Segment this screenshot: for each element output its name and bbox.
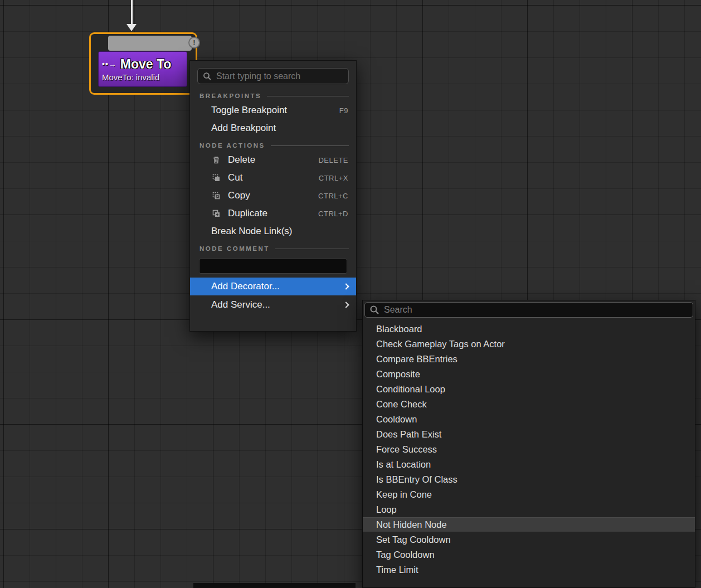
node-index-badge: ! — [188, 37, 200, 48]
node-header-bar — [108, 36, 192, 51]
submenu-item-cooldown[interactable]: Cooldown — [363, 412, 695, 427]
menu-item-duplicate[interactable]: Duplicate CTRL+D — [190, 205, 356, 222]
submenu-item-conditional-loop[interactable]: Conditional Loop — [363, 382, 695, 397]
submenu-item-keep-in-cone[interactable]: Keep in Cone — [363, 487, 695, 502]
submenu-item-set-tag-cooldown[interactable]: Set Tag Cooldown — [363, 532, 695, 547]
submenu-search-input[interactable] — [384, 305, 688, 315]
trash-icon — [211, 155, 221, 165]
move-to-icon: ••→ — [102, 60, 117, 69]
menu-item-add-breakpoint[interactable]: Add Breakpoint — [190, 119, 356, 137]
menu-item-label: Copy — [228, 190, 250, 201]
menu-item-add-decorator[interactable]: Add Decorator... — [190, 278, 356, 295]
submenu-item-tag-cooldown[interactable]: Tag Cooldown — [363, 547, 695, 562]
search-icon — [203, 72, 212, 81]
section-header-breakpoints: BREAKPOINTS — [190, 93, 356, 99]
search-input[interactable] — [216, 71, 343, 81]
copy-icon — [211, 191, 221, 201]
chevron-right-icon — [343, 283, 349, 289]
shortcut-label: CTRL+D — [318, 210, 348, 218]
menu-item-delete[interactable]: Delete DELETE — [190, 151, 356, 169]
decorator-list: Blackboard Check Gameplay Tags on Actor … — [363, 319, 695, 587]
node-comment-input[interactable] — [199, 259, 347, 274]
duplicate-icon — [211, 208, 221, 218]
submenu-item-compare-bbentries[interactable]: Compare BBEntries — [363, 352, 695, 367]
menu-item-label: Cut — [228, 172, 242, 183]
shortcut-label: DELETE — [318, 156, 348, 164]
menu-item-label: Delete — [228, 154, 255, 166]
graph-canvas[interactable]: ••→ Move To MoveTo: invalid ! BREAKPOINT… — [0, 0, 701, 588]
node-subtitle: MoveTo: invalid — [102, 72, 183, 82]
menu-item-break-node-links[interactable]: Break Node Link(s) — [190, 222, 356, 240]
shortcut-label: F9 — [339, 106, 348, 115]
menu-item-copy[interactable]: Copy CTRL+C — [190, 187, 356, 205]
decorator-submenu: Blackboard Check Gameplay Tags on Actor … — [362, 300, 695, 588]
submenu-item-cone-check[interactable]: Cone Check — [363, 397, 695, 412]
node-context-menu: BREAKPOINTS Toggle Breakpoint F9 Add Bre… — [189, 60, 357, 332]
submenu-item-composite[interactable]: Composite — [363, 367, 695, 382]
section-header-node-comment: NODE COMMENT — [190, 245, 356, 252]
submenu-item-loop[interactable]: Loop — [363, 502, 695, 517]
bottom-panel-edge — [193, 583, 356, 588]
shortcut-label: CTRL+C — [318, 192, 348, 200]
submenu-item-does-path-exist[interactable]: Does Path Exist — [363, 427, 695, 442]
section-header-node-actions: NODE ACTIONS — [190, 142, 356, 149]
menu-item-cut[interactable]: Cut CTRL+X — [190, 169, 356, 187]
submenu-search[interactable] — [364, 302, 693, 318]
submenu-item-force-success[interactable]: Force Success — [363, 442, 695, 457]
execution-arrow-icon — [126, 24, 137, 31]
submenu-item-blackboard[interactable]: Blackboard — [363, 322, 695, 337]
cut-icon — [211, 173, 221, 183]
menu-item-label: Duplicate — [228, 208, 267, 219]
menu-item-label: Add Service... — [211, 299, 270, 310]
menu-item-label: Add Breakpoint — [211, 123, 276, 134]
submenu-item-not-hidden-node[interactable]: Not Hidden Node — [363, 517, 695, 532]
submenu-item-is-at-location[interactable]: Is at Location — [363, 457, 695, 472]
execution-wire — [131, 0, 133, 25]
node-body[interactable]: ••→ Move To MoveTo: invalid — [98, 51, 187, 87]
menu-item-label: Add Decorator... — [211, 281, 280, 292]
shortcut-label: CTRL+X — [319, 174, 348, 182]
context-menu-search[interactable] — [197, 68, 349, 84]
menu-item-label: Toggle Breakpoint — [211, 105, 287, 116]
behavior-tree-node-move-to[interactable]: ••→ Move To MoveTo: invalid ! — [89, 32, 197, 95]
submenu-item-time-limit[interactable]: Time Limit — [363, 562, 695, 577]
submenu-item-check-gameplay-tags[interactable]: Check Gameplay Tags on Actor — [363, 337, 695, 352]
menu-item-add-service[interactable]: Add Service... — [190, 296, 356, 314]
menu-item-toggle-breakpoint[interactable]: Toggle Breakpoint F9 — [190, 101, 356, 119]
node-title: Move To — [120, 57, 172, 72]
search-icon — [369, 305, 379, 315]
menu-item-label: Break Node Link(s) — [211, 226, 293, 237]
submenu-item-is-bbentry-of-class[interactable]: Is BBEntry Of Class — [363, 472, 695, 487]
chevron-right-icon — [343, 302, 349, 308]
